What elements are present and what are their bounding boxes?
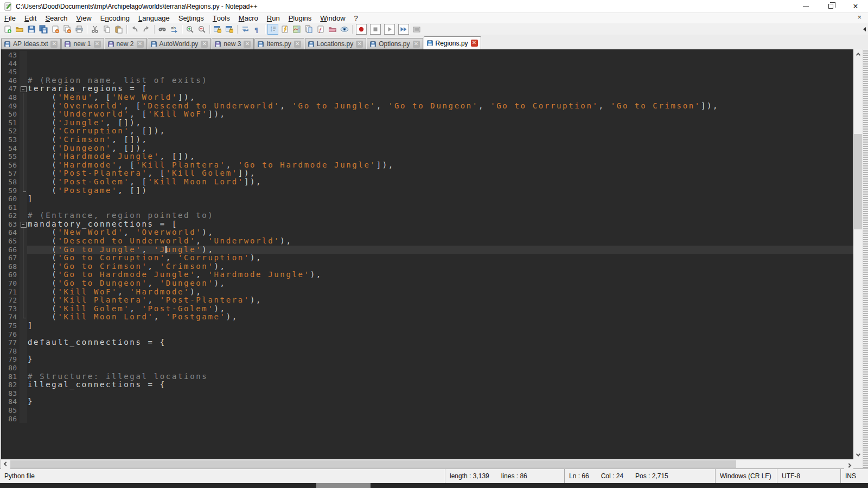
find-icon[interactable] <box>157 24 168 35</box>
status-insert-mode[interactable]: INS <box>840 469 868 483</box>
copy-icon[interactable] <box>101 24 112 35</box>
code-line-85[interactable]: 85 <box>1 406 853 415</box>
close-doc-icon[interactable] <box>50 24 61 35</box>
function-list-icon[interactable]: f <box>315 24 326 35</box>
undo-icon[interactable] <box>129 24 140 35</box>
close-all-docs-icon[interactable] <box>62 24 73 35</box>
tab-ap-ideas.txt[interactable]: AP Ideas.txt✕ <box>1 38 61 49</box>
scroll-left-button[interactable] <box>1 460 10 469</box>
code-line-66[interactable]: 66 ('Go to Jungle', 'Jungle'), <box>1 246 853 254</box>
minimize-button[interactable] <box>793 0 818 12</box>
paste-icon[interactable] <box>113 24 124 35</box>
doc-list-icon[interactable] <box>303 24 314 35</box>
restore-button[interactable] <box>818 0 843 12</box>
cut-icon[interactable] <box>90 24 100 35</box>
tab-close-icon[interactable]: ✕ <box>50 41 58 48</box>
code-line-54[interactable]: 54 ('Dungeon', []), <box>1 144 853 153</box>
code-line-51[interactable]: 51 ('Jungle', []), <box>1 119 853 127</box>
scroll-right-button[interactable] <box>844 460 853 469</box>
code-line-68[interactable]: 68 ('Go to Crimson', 'Crimson'), <box>1 262 853 271</box>
status-encoding[interactable]: UTF-8 <box>777 469 840 483</box>
code-line-73[interactable]: 73 ('Kill Golem', 'Post-Golem'), <box>1 305 853 313</box>
doc-map-icon[interactable] <box>291 24 302 35</box>
indent-guide-icon[interactable] <box>267 24 278 35</box>
tab-close-icon[interactable]: ✕ <box>201 41 208 48</box>
menu-[interactable]: ? <box>350 13 362 23</box>
monitoring-eye-icon[interactable] <box>339 24 350 35</box>
code-line-75[interactable]: 75] <box>1 322 853 330</box>
code-line-53[interactable]: 53 ('Crimson', []), <box>1 136 853 144</box>
menu-view[interactable]: View <box>72 13 96 23</box>
code-line-77[interactable]: 77default_connections = { <box>1 338 853 347</box>
code-line-60[interactable]: 60] <box>1 195 853 203</box>
code-editor[interactable]: 43444546# (Region name, list of exits)47… <box>1 49 853 459</box>
vertical-scrollbar[interactable] <box>853 49 863 459</box>
code-line-58[interactable]: 58 ('Post-Golem', ['Kill Moon Lord']), <box>1 178 853 187</box>
code-line-80[interactable]: 80 <box>1 364 853 373</box>
macro-play-icon[interactable] <box>384 24 395 35</box>
redo-icon[interactable] <box>141 24 152 35</box>
horizontal-scrollbar[interactable] <box>1 459 853 468</box>
code-line-63[interactable]: 63mandatory_connections = [ <box>1 220 853 229</box>
macro-run-multiple-icon[interactable] <box>398 24 409 35</box>
zoom-out-icon[interactable] <box>196 24 207 35</box>
code-line-46[interactable]: 46# (Region name, list of exits) <box>1 76 853 85</box>
title-bar[interactable]: C:\Users\Dood\Documents\tmp\Archipelago\… <box>0 0 868 13</box>
code-line-59[interactable]: 59 ('Postgame', []) <box>1 187 853 195</box>
horizontal-scroll-thumb[interactable] <box>10 460 736 468</box>
word-wrap-icon[interactable] <box>240 24 251 35</box>
code-line-78[interactable]: 78 <box>1 347 853 356</box>
menu-tools[interactable]: Tools <box>208 13 234 23</box>
tab-new-2[interactable]: new 2✕ <box>105 38 147 49</box>
menu-language[interactable]: Language <box>134 13 174 23</box>
tab-close-icon[interactable]: ✕ <box>413 41 420 48</box>
tab-options.py[interactable]: Options.py✕ <box>367 38 423 49</box>
code-line-48[interactable]: 48 ('Menu', ['New World']), <box>1 93 853 102</box>
code-line-52[interactable]: 52 ('Corruption', []), <box>1 127 853 136</box>
code-line-61[interactable]: 61 <box>1 203 853 212</box>
code-line-64[interactable]: 64 ('New World', 'Overworld'), <box>1 228 853 237</box>
fold-collapse-icon[interactable] <box>20 85 27 93</box>
code-line-55[interactable]: 55 ('Hardmode Jungle', []), <box>1 152 853 161</box>
replace-icon[interactable]: ab <box>169 24 180 35</box>
tab-close-icon[interactable]: ✕ <box>244 41 251 48</box>
code-line-44[interactable]: 44 <box>1 60 853 68</box>
code-line-45[interactable]: 45 <box>1 68 853 76</box>
code-line-57[interactable]: 57 ('Post-Plantera', ['Kill Golem']), <box>1 169 853 178</box>
code-line-79[interactable]: 79} <box>1 355 853 364</box>
sync-scroll-h-icon[interactable] <box>224 24 235 35</box>
code-line-69[interactable]: 69 ('Go to Hardmode Jungle', 'Hardmode J… <box>1 271 853 279</box>
print-icon[interactable] <box>74 24 85 35</box>
macro-stop-icon[interactable] <box>370 24 381 35</box>
code-line-70[interactable]: 70 ('Go to Dungeon', 'Dungeon'), <box>1 279 853 288</box>
menu-macro[interactable]: Macro <box>234 13 263 23</box>
new-file-icon[interactable] <box>2 24 13 35</box>
menu-plugins[interactable]: Plugins <box>284 13 316 23</box>
tab-close-icon[interactable]: ✕ <box>294 41 301 48</box>
menu-encoding[interactable]: Encoding <box>96 13 134 23</box>
tab-close-icon[interactable]: ✕ <box>137 41 144 48</box>
code-line-83[interactable]: 83 <box>1 389 853 398</box>
code-line-81[interactable]: 81# Structure: illegal locations <box>1 373 853 381</box>
code-line-74[interactable]: 74 ('Kill Moon Lord', 'Postgame'), <box>1 313 853 322</box>
save-icon[interactable] <box>26 24 37 35</box>
save-all-icon[interactable] <box>38 24 49 35</box>
show-all-chars-icon[interactable]: ¶ <box>252 24 263 35</box>
code-line-47[interactable]: 47terraria_regions = [ <box>1 85 853 93</box>
code-line-67[interactable]: 67 ('Go to Corruption', 'Corruption'), <box>1 254 853 262</box>
zoom-in-icon[interactable] <box>184 24 195 35</box>
code-line-71[interactable]: 71 ('Kill WoF', 'Hardmode'), <box>1 288 853 297</box>
tab-new-1[interactable]: new 1✕ <box>61 38 104 49</box>
menu-file[interactable]: File <box>0 13 20 23</box>
status-eol-format[interactable]: Windows (CR LF) <box>715 469 777 483</box>
menu-settings[interactable]: Settings <box>174 13 208 23</box>
menu-window[interactable]: Window <box>316 13 349 23</box>
code-line-84[interactable]: 84} <box>1 397 853 406</box>
tab-close-icon[interactable]: ✕ <box>94 41 101 48</box>
macro-save-icon[interactable] <box>411 24 422 35</box>
tab-regions.py[interactable]: Regions.py✕ <box>424 36 481 49</box>
folder-workspace-icon[interactable] <box>327 24 338 35</box>
macro-record-icon[interactable] <box>356 24 367 35</box>
menu-edit[interactable]: Edit <box>20 13 41 23</box>
tab-locations.py[interactable]: Locations.py✕ <box>305 38 366 49</box>
